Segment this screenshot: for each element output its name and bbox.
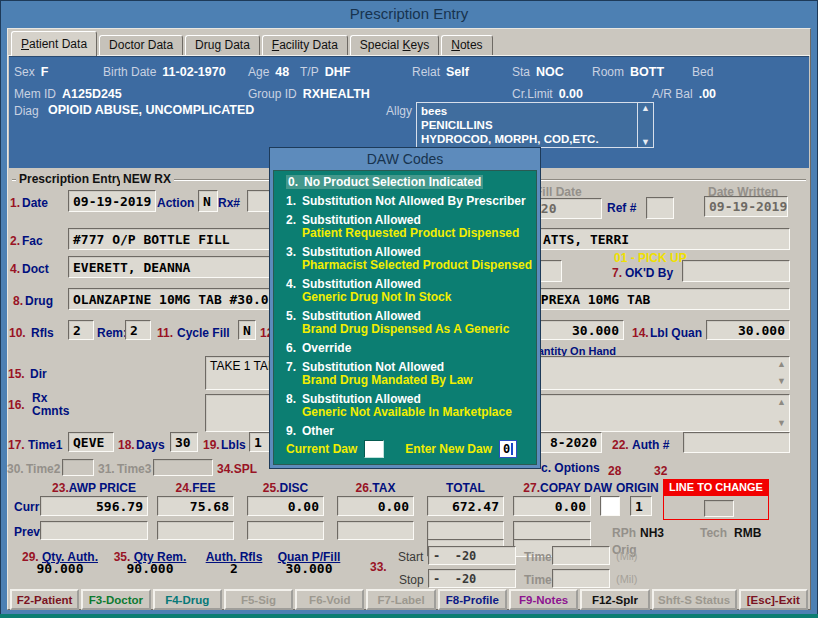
scroll-up-icon[interactable]: ▲ [777, 398, 786, 407]
button-f4-drug[interactable]: F4-Drug [153, 589, 222, 610]
daw-item-num: 3. [286, 246, 302, 259]
daw-item-line1: 4.Substitution Allowed [286, 277, 421, 291]
priceprev-field[interactable] [427, 521, 504, 540]
button-shft-s-status: Shft-S Status [652, 589, 737, 610]
daw-code-item-9[interactable]: 9.Other [286, 425, 536, 438]
daw-code-item-2[interactable]: 2.Substitution AllowedPatient Requested … [286, 214, 536, 240]
cycle-fill-field[interactable]: N [238, 320, 256, 340]
allergy-listbox[interactable]: beesPENICILLINSHYDROCOD, MORPH, COD,ETC.… [416, 102, 654, 148]
button-f12-splr[interactable]: F12-Splr [580, 589, 649, 610]
button-f3-doctor[interactable]: F3-Doctor [81, 589, 150, 610]
header-value: 48 [275, 65, 289, 79]
stop-time-field[interactable] [552, 569, 610, 588]
pricecurr-field[interactable]: 596.79 [40, 496, 148, 516]
price-header-num: 24. [175, 481, 192, 495]
button-f2-patient[interactable]: F2-Patient [10, 589, 79, 610]
priceprev-field[interactable] [337, 521, 414, 540]
allergy-item[interactable]: HYDROCOD, MORPH, COD,ETC. [417, 132, 653, 146]
tab-notes[interactable]: Notes [441, 35, 492, 56]
days-num: 18. [118, 438, 135, 452]
daw-codes-dialog: DAW Codes 0.No Product Selection Indicat… [270, 148, 540, 468]
date-written-field[interactable]: 09-19-2019 [704, 196, 788, 217]
price-value [41, 522, 147, 539]
patient-field[interactable]: ATTS, TERRI [538, 228, 790, 250]
pricecurr-field[interactable]: 75.68 [157, 496, 234, 516]
button--esc-exit[interactable]: [Esc]-Exit [739, 589, 808, 610]
auth-number-field[interactable] [683, 432, 790, 453]
daw-code-item-7[interactable]: 7.Substitution Not AllowedBrand Drug Man… [286, 361, 536, 387]
daw-item-num: 2. [286, 214, 302, 227]
daw-item-line1: 7.Substitution Not Allowed [286, 360, 444, 374]
current-daw-field[interactable] [364, 440, 384, 458]
tab-drug-data[interactable]: Drug Data [185, 35, 260, 56]
daw-item-line1: 6.Override [286, 341, 351, 355]
lbl-quan-field[interactable]: 30.000 [706, 320, 790, 340]
allergy-item[interactable]: bees [417, 104, 653, 118]
daw-code-item-6[interactable]: 6.Override [286, 342, 536, 355]
origin-field[interactable]: 1 [630, 496, 652, 516]
stop-date-field[interactable]: - -20 [428, 569, 516, 588]
start-time-field[interactable] [552, 546, 610, 565]
daw-code-item-3[interactable]: 3.Substitution AllowedPharmacist Selecte… [286, 246, 536, 272]
priceprev-field[interactable] [157, 521, 234, 540]
daw-item-subtext: Generic Not Available In Marketplace [302, 406, 536, 419]
rfls-label: Rfls [31, 326, 54, 340]
button-f9-notes[interactable]: F9-Notes [509, 589, 578, 610]
delivery-method-label: 01 - PICK UP [614, 251, 687, 265]
enter-new-daw-field[interactable]: 0 [499, 440, 517, 458]
tab-facility-data[interactable]: Facility Data [262, 35, 348, 56]
ref-number-field[interactable] [646, 197, 674, 219]
date-field[interactable]: 09-19-2019 [68, 190, 156, 212]
scroll-down-icon[interactable]: ▼ [777, 377, 786, 386]
price-value: 596.79 [41, 497, 147, 515]
qty-value: 90.000 [10, 561, 110, 576]
tab-patient-data[interactable]: Patient Data [11, 31, 97, 56]
daw-code-item-0[interactable]: 0.No Product Selection Indicated [286, 176, 536, 189]
daw-code-item-1[interactable]: 1.Substitution Not Allowed By Prescriber [286, 195, 536, 208]
priceprev-field[interactable] [513, 521, 591, 540]
line-to-change-field[interactable] [704, 500, 734, 517]
scroll-up-icon[interactable]: ▲ [777, 360, 786, 369]
time2-num: 30. [7, 462, 24, 476]
allergy-scrollbar[interactable]: ▲ ▼ [637, 103, 653, 147]
price-value: 0.00 [338, 497, 413, 515]
allergy-item[interactable]: PENICILLINS [417, 118, 653, 132]
pricecurr-field[interactable]: 672.47 [427, 496, 504, 516]
tab-doctor-data[interactable]: Doctor Data [99, 35, 183, 56]
quantity-field[interactable]: 30.000 [528, 320, 624, 340]
daw-item-line1: 2.Substitution Allowed [286, 213, 421, 227]
header-mem-id: Mem IDA125D245 [14, 84, 122, 102]
price-value: 0.00 [514, 497, 590, 515]
header-sex: SexF [14, 62, 48, 80]
rfls-field[interactable]: 2 [68, 320, 94, 340]
pricecurr-field[interactable]: 0.00 [337, 496, 414, 516]
header-label: Birth Date [103, 65, 156, 79]
daw-code-item-4[interactable]: 4.Substitution AllowedGeneric Drug Not I… [286, 278, 536, 304]
scroll-down-icon[interactable]: ▼ [641, 137, 650, 147]
scroll-up-icon[interactable]: ▲ [641, 103, 650, 113]
scroll-down-icon[interactable]: ▼ [777, 419, 786, 428]
header-value: 0.00 [559, 87, 583, 101]
daw-code-item-8[interactable]: 8.Substitution AllowedGeneric Not Availa… [286, 393, 536, 419]
price-header-num: 23. [52, 481, 69, 495]
text-caret [511, 443, 513, 455]
button-f8-profile[interactable]: F8-Profile [438, 589, 507, 610]
daw-field[interactable] [600, 496, 620, 516]
daw-item-line1: 3.Substitution Allowed [286, 245, 421, 259]
drug-brand-field[interactable]: YPREXA 10MG TAB [528, 288, 790, 310]
pricecurr-field[interactable]: 0.00 [247, 496, 324, 516]
qty-value: 90.000 [104, 561, 196, 576]
tab-special-keys[interactable]: Special Keys [350, 35, 439, 56]
pricecurr-field[interactable]: 0.00 [513, 496, 591, 516]
action-field[interactable]: N [198, 190, 218, 212]
header-relat: RelatSelf [412, 62, 469, 80]
start-date-field[interactable]: - -20 [428, 546, 516, 565]
time1-field[interactable]: QEVE [68, 432, 114, 452]
priceprev-field[interactable] [40, 521, 148, 540]
days-field[interactable]: 30 [170, 432, 198, 452]
time3-num: 31. [98, 462, 115, 476]
okd-by-field[interactable] [682, 260, 790, 282]
daw-code-item-5[interactable]: 5.Substitution AllowedBrand Drug Dispens… [286, 310, 536, 336]
rem-field[interactable]: 2 [125, 320, 151, 340]
priceprev-field[interactable] [247, 521, 324, 540]
